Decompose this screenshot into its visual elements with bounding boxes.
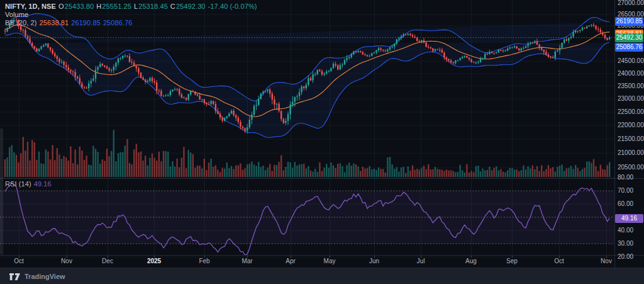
ohlc-value: 25433.80 — [65, 3, 94, 10]
time-axis-label[interactable]: Mar — [242, 258, 252, 264]
rsi-legend[interactable]: RSI (14)49.16 — [5, 180, 54, 188]
price-axis-label: 20500.00 — [618, 164, 644, 171]
ohlc-value: 25492.30 — [176, 3, 206, 10]
chart-canvas[interactable] — [0, 0, 644, 268]
price-axis-label: 22500.00 — [618, 109, 644, 115]
left-edge-strip — [0, 128, 3, 254]
tradingview-logo-icon[interactable] — [9, 271, 21, 281]
price-axis-label: 22000.00 — [618, 122, 644, 128]
volume-legend[interactable]: Volume — [5, 11, 31, 18]
bb-values: 25638.8126190.8525086.76 — [40, 19, 135, 26]
time-axis-label[interactable]: May — [324, 258, 336, 264]
time-axis-label[interactable]: Sep — [506, 258, 518, 264]
rsi-axis-label: 30.00 — [618, 241, 633, 247]
tradingview-chart-window: NIFTY, 1D, NSEO25433.80H25551.25L25318.4… — [0, 0, 644, 284]
rsi-legend-value: 49.16 — [34, 180, 52, 188]
volume-legend-label[interactable]: Volume — [5, 11, 28, 18]
price-axis-label: 21000.00 — [618, 150, 644, 156]
price-axis-label: 24000.00 — [618, 71, 644, 77]
ohlc-key: O — [58, 3, 64, 10]
change-value: -17.40 (-0.07%) — [208, 3, 257, 10]
ohlc-values: O25433.80H25551.25L25318.45C25492.30-17.… — [58, 3, 260, 10]
time-axis-label[interactable]: Nov — [61, 258, 72, 264]
time-axis-label[interactable]: Oct — [554, 258, 564, 264]
price-axis-label: 27000.00 — [618, 0, 644, 6]
price-axis-label: 23500.00 — [618, 83, 644, 89]
time-axis-label[interactable]: Nov — [601, 258, 612, 264]
rsi-axis-label: 20.00 — [618, 254, 633, 260]
rsi-axis-label: 60.00 — [618, 201, 633, 207]
price-badge: 49.16 — [615, 214, 643, 223]
rsi-legend-label[interactable]: RSI (14) — [5, 180, 31, 188]
ohlc-value: 25551.25 — [102, 3, 131, 10]
time-axis-label[interactable]: 2025 — [147, 258, 161, 264]
rsi-axis-label: 40.00 — [618, 227, 633, 234]
bb-value: 25086.76 — [103, 19, 133, 26]
time-axis-label[interactable]: Oct — [14, 258, 24, 264]
bb-legend[interactable]: BB (20, 2)25638.8126190.8525086.76 — [5, 19, 138, 26]
symbol-legend[interactable]: NIFTY, 1D, NSEO25433.80H25551.25L25318.4… — [5, 3, 262, 10]
time-axis-label[interactable]: Dec — [102, 258, 113, 264]
price-badge: 25492.30 — [615, 33, 643, 42]
bb-value: 26190.85 — [71, 19, 101, 26]
time-axis-label[interactable]: Jun — [369, 258, 379, 264]
price-axis-label: 23000.00 — [618, 96, 644, 102]
tradingview-brand-text[interactable]: TradingView — [25, 273, 65, 280]
ohlc-key: H — [96, 3, 101, 10]
price-badge: 25086.76 — [615, 43, 643, 52]
bb-value: 25638.81 — [40, 19, 69, 26]
price-badge: 26190.85 — [615, 17, 643, 26]
ohlc-value: 25318.45 — [138, 3, 168, 10]
rsi-axis-label: 70.00 — [618, 188, 633, 194]
symbol-title[interactable]: NIFTY, 1D, NSE — [5, 3, 56, 10]
price-axis-label: 21500.00 — [618, 136, 644, 142]
bottom-toolbar: TradingView — [0, 268, 644, 284]
bb-legend-label[interactable]: BB (20, 2) — [5, 19, 37, 26]
ohlc-key: C — [170, 3, 175, 10]
time-axis-label[interactable]: Feb — [199, 258, 209, 264]
time-axis-label[interactable]: Apr — [286, 258, 296, 264]
rsi-axis-label: 80.00 — [618, 174, 633, 181]
time-axis-label[interactable]: Aug — [465, 258, 477, 264]
price-axis-label: 24500.00 — [618, 58, 644, 64]
ohlc-key: L — [134, 3, 138, 10]
time-axis-label[interactable]: Jul — [417, 258, 425, 264]
